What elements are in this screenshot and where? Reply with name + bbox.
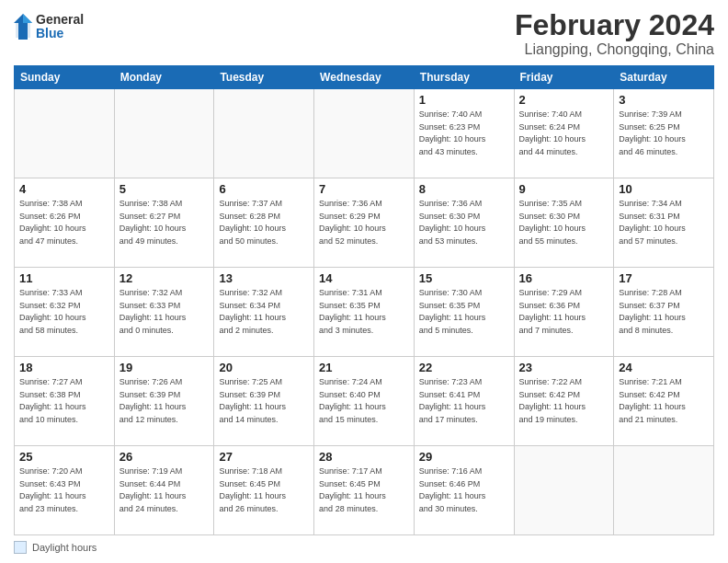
table-row: 5Sunrise: 7:38 AM Sunset: 6:27 PM Daylig…	[114, 178, 214, 268]
day-number: 14	[319, 271, 409, 285]
day-number: 24	[619, 361, 709, 374]
calendar-title: February 2024	[515, 9, 714, 41]
calendar-week-row: 18Sunrise: 7:27 AM Sunset: 6:38 PM Dayli…	[15, 357, 714, 446]
legend-label: Daylight hours	[32, 542, 97, 553]
day-number: 10	[619, 182, 709, 196]
logo-general-text: General	[36, 13, 84, 27]
table-row: 28Sunrise: 7:17 AM Sunset: 6:45 PM Dayli…	[314, 446, 415, 535]
calendar-header-row: Sunday Monday Tuesday Wednesday Thursday…	[15, 66, 714, 89]
day-number: 7	[319, 182, 409, 196]
day-info: Sunrise: 7:32 AM Sunset: 6:33 PM Dayligh…	[119, 287, 210, 337]
table-row: 11Sunrise: 7:33 AM Sunset: 6:32 PM Dayli…	[15, 268, 115, 357]
table-row: 8Sunrise: 7:36 AM Sunset: 6:30 PM Daylig…	[414, 178, 514, 268]
day-number: 12	[119, 271, 210, 285]
day-info: Sunrise: 7:28 AM Sunset: 6:37 PM Dayligh…	[619, 287, 709, 337]
title-block: February 2024 Liangping, Chongqing, Chin…	[515, 9, 714, 58]
day-info: Sunrise: 7:38 AM Sunset: 6:27 PM Dayligh…	[119, 198, 210, 247]
day-number: 1	[419, 93, 509, 107]
day-number: 5	[119, 182, 210, 196]
col-monday: Monday	[114, 66, 214, 89]
col-sunday: Sunday	[15, 66, 115, 89]
table-row: 17Sunrise: 7:28 AM Sunset: 6:37 PM Dayli…	[614, 268, 714, 357]
logo-text: General Blue	[36, 13, 84, 41]
day-info: Sunrise: 7:25 AM Sunset: 6:39 PM Dayligh…	[219, 376, 309, 426]
table-row: 14Sunrise: 7:31 AM Sunset: 6:35 PM Dayli…	[314, 268, 415, 357]
day-number: 2	[519, 93, 609, 107]
table-row: 22Sunrise: 7:23 AM Sunset: 6:41 PM Dayli…	[414, 357, 514, 446]
table-row	[214, 89, 314, 178]
day-info: Sunrise: 7:31 AM Sunset: 6:35 PM Dayligh…	[319, 287, 409, 337]
col-tuesday: Tuesday	[214, 66, 314, 89]
table-row: 13Sunrise: 7:32 AM Sunset: 6:34 PM Dayli…	[214, 268, 314, 357]
day-number: 16	[519, 271, 609, 285]
day-number: 28	[319, 450, 409, 464]
table-row: 4Sunrise: 7:38 AM Sunset: 6:26 PM Daylig…	[15, 178, 115, 268]
table-row: 18Sunrise: 7:27 AM Sunset: 6:38 PM Dayli…	[15, 357, 115, 446]
table-row: 2Sunrise: 7:40 AM Sunset: 6:24 PM Daylig…	[514, 89, 614, 178]
day-number: 18	[19, 361, 109, 374]
table-row: 19Sunrise: 7:26 AM Sunset: 6:39 PM Dayli…	[114, 357, 214, 446]
day-number: 27	[219, 450, 309, 464]
day-info: Sunrise: 7:26 AM Sunset: 6:39 PM Dayligh…	[119, 376, 210, 426]
table-row: 9Sunrise: 7:35 AM Sunset: 6:30 PM Daylig…	[514, 178, 614, 268]
col-saturday: Saturday	[614, 66, 714, 89]
col-friday: Friday	[514, 66, 614, 89]
day-number: 19	[119, 361, 210, 374]
day-info: Sunrise: 7:39 AM Sunset: 6:25 PM Dayligh…	[619, 109, 709, 158]
day-info: Sunrise: 7:35 AM Sunset: 6:30 PM Dayligh…	[519, 198, 609, 247]
day-info: Sunrise: 7:16 AM Sunset: 6:46 PM Dayligh…	[419, 465, 509, 515]
day-number: 21	[319, 361, 409, 374]
day-number: 26	[119, 450, 210, 464]
table-row: 10Sunrise: 7:34 AM Sunset: 6:31 PM Dayli…	[614, 178, 714, 268]
table-row: 15Sunrise: 7:30 AM Sunset: 6:35 PM Dayli…	[414, 268, 514, 357]
day-info: Sunrise: 7:34 AM Sunset: 6:31 PM Dayligh…	[619, 198, 709, 247]
table-row: 7Sunrise: 7:36 AM Sunset: 6:29 PM Daylig…	[314, 178, 415, 268]
table-row: 29Sunrise: 7:16 AM Sunset: 6:46 PM Dayli…	[414, 446, 514, 535]
day-info: Sunrise: 7:19 AM Sunset: 6:44 PM Dayligh…	[119, 465, 210, 515]
table-row: 26Sunrise: 7:19 AM Sunset: 6:44 PM Dayli…	[114, 446, 214, 535]
day-info: Sunrise: 7:40 AM Sunset: 6:24 PM Dayligh…	[519, 109, 609, 158]
day-info: Sunrise: 7:23 AM Sunset: 6:41 PM Dayligh…	[419, 376, 509, 426]
col-thursday: Thursday	[414, 66, 514, 89]
table-row: 20Sunrise: 7:25 AM Sunset: 6:39 PM Dayli…	[214, 357, 314, 446]
svg-marker-2	[23, 14, 32, 23]
day-info: Sunrise: 7:22 AM Sunset: 6:42 PM Dayligh…	[519, 376, 609, 426]
footer: Daylight hours	[14, 541, 714, 554]
table-row: 6Sunrise: 7:37 AM Sunset: 6:28 PM Daylig…	[214, 178, 314, 268]
table-row: 25Sunrise: 7:20 AM Sunset: 6:43 PM Dayli…	[15, 446, 115, 535]
table-row: 24Sunrise: 7:21 AM Sunset: 6:42 PM Dayli…	[614, 357, 714, 446]
logo: General Blue	[14, 13, 84, 41]
day-number: 11	[19, 271, 109, 285]
day-number: 22	[419, 361, 509, 374]
table-row	[15, 89, 115, 178]
calendar-table: Sunday Monday Tuesday Wednesday Thursday…	[14, 65, 714, 535]
calendar-subtitle: Liangping, Chongqing, China	[515, 41, 714, 58]
day-info: Sunrise: 7:32 AM Sunset: 6:34 PM Dayligh…	[219, 287, 309, 337]
calendar-week-row: 11Sunrise: 7:33 AM Sunset: 6:32 PM Dayli…	[15, 268, 714, 357]
table-row	[314, 89, 415, 178]
day-info: Sunrise: 7:21 AM Sunset: 6:42 PM Dayligh…	[619, 376, 709, 426]
day-number: 17	[619, 271, 709, 285]
day-info: Sunrise: 7:29 AM Sunset: 6:36 PM Dayligh…	[519, 287, 609, 337]
table-row: 27Sunrise: 7:18 AM Sunset: 6:45 PM Dayli…	[214, 446, 314, 535]
day-info: Sunrise: 7:36 AM Sunset: 6:29 PM Dayligh…	[319, 198, 409, 247]
day-number: 8	[419, 182, 509, 196]
col-wednesday: Wednesday	[314, 66, 415, 89]
day-number: 13	[219, 271, 309, 285]
day-info: Sunrise: 7:38 AM Sunset: 6:26 PM Dayligh…	[19, 198, 109, 247]
day-number: 15	[419, 271, 509, 285]
day-info: Sunrise: 7:40 AM Sunset: 6:23 PM Dayligh…	[419, 109, 509, 158]
table-row: 12Sunrise: 7:32 AM Sunset: 6:33 PM Dayli…	[114, 268, 214, 357]
day-number: 25	[19, 450, 109, 464]
day-info: Sunrise: 7:37 AM Sunset: 6:28 PM Dayligh…	[219, 198, 309, 247]
page: General Blue February 2024 Liangping, Ch…	[0, 0, 728, 563]
day-info: Sunrise: 7:20 AM Sunset: 6:43 PM Dayligh…	[19, 465, 109, 515]
logo-blue-text: Blue	[36, 27, 84, 40]
table-row: 16Sunrise: 7:29 AM Sunset: 6:36 PM Dayli…	[514, 268, 614, 357]
table-row	[614, 446, 714, 535]
day-number: 23	[519, 361, 609, 374]
table-row	[514, 446, 614, 535]
table-row: 21Sunrise: 7:24 AM Sunset: 6:40 PM Dayli…	[314, 357, 415, 446]
day-number: 20	[219, 361, 309, 374]
logo-icon	[14, 14, 32, 40]
